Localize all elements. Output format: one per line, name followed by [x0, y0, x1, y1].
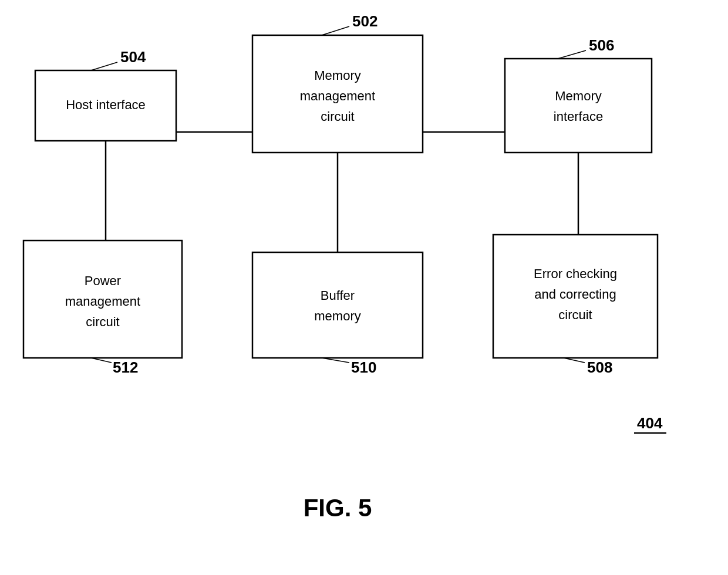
- ref-506: 506: [589, 36, 614, 54]
- error-checking-label-3: circuit: [558, 307, 592, 322]
- buffer-memory-box: [252, 252, 423, 358]
- ref-504: 504: [120, 48, 146, 66]
- power-management-label-3: circuit: [86, 314, 119, 329]
- buffer-memory-label-2: memory: [314, 309, 360, 323]
- error-checking-label-1: Error checking: [534, 266, 617, 281]
- ref-512: 512: [113, 358, 138, 376]
- figure-label: FIG. 5: [304, 494, 372, 522]
- ref-502: 502: [352, 12, 378, 30]
- buffer-memory-label-1: Buffer: [321, 288, 355, 303]
- memory-interface-label-2: interface: [554, 109, 603, 124]
- memory-management-label-2: management: [300, 89, 375, 103]
- callout-504: [91, 62, 117, 70]
- memory-management-label-1: Memory: [314, 68, 360, 83]
- host-interface-label: Host interface: [66, 97, 146, 112]
- ref-510: 510: [351, 358, 376, 376]
- ref-404: 404: [637, 414, 663, 432]
- power-management-label-1: Power: [85, 273, 121, 288]
- diagram-container: Memory management circuit Host interface…: [0, 0, 728, 575]
- memory-interface-label-1: Memory: [555, 89, 601, 103]
- ref-508: 508: [587, 358, 612, 376]
- callout-502: [322, 26, 349, 35]
- memory-interface-box: [505, 59, 652, 153]
- memory-management-label-3: circuit: [321, 109, 354, 124]
- power-management-label-2: management: [65, 294, 140, 309]
- callout-506: [558, 50, 586, 59]
- error-checking-label-2: and correcting: [534, 287, 616, 302]
